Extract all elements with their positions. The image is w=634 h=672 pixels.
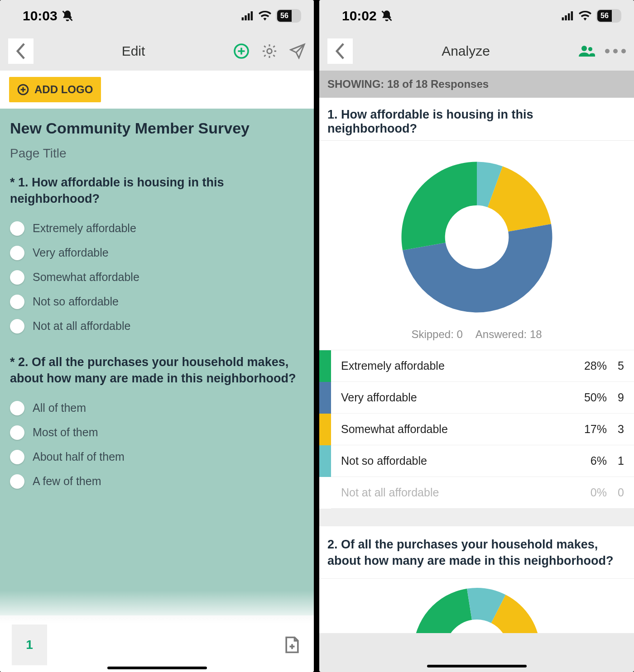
- svg-rect-1: [242, 17, 244, 20]
- svg-point-8: [267, 49, 272, 54]
- question-title: * 2. Of all the purchases your household…: [10, 354, 304, 387]
- row-percent: 50%: [566, 391, 607, 404]
- radio-icon: [10, 425, 24, 440]
- add-page-icon[interactable]: [282, 635, 302, 655]
- header-title: Analyze: [353, 43, 579, 59]
- radio-option[interactable]: Extremely affordable: [10, 216, 304, 241]
- survey-body[interactable]: New Community Member Survey Page Title *…: [0, 109, 314, 615]
- battery-indicator: 56: [596, 9, 621, 23]
- question-title: * 1. How affordable is housing in this n…: [10, 174, 304, 207]
- table-row[interactable]: Not at all affordable 0% 0: [319, 477, 634, 508]
- svg-rect-16: [562, 17, 564, 20]
- radio-icon: [10, 246, 24, 260]
- donut-chart: [393, 153, 561, 321]
- radio-option[interactable]: Very affordable: [10, 241, 304, 265]
- row-label: Very affordable: [331, 391, 566, 404]
- row-count: 0: [607, 486, 634, 499]
- row-count: 3: [607, 423, 634, 436]
- row-percent: 28%: [566, 359, 607, 372]
- gear-icon[interactable]: [261, 43, 278, 59]
- svg-rect-17: [565, 15, 567, 20]
- status-time: 10:03: [23, 8, 74, 24]
- header-title: Edit: [34, 43, 233, 59]
- people-icon[interactable]: [579, 43, 595, 59]
- back-button[interactable]: [327, 38, 353, 64]
- q2-chart-preview: [319, 579, 634, 633]
- radio-icon: [10, 401, 24, 415]
- survey-title[interactable]: New Community Member Survey: [10, 119, 304, 137]
- radio-icon: [10, 295, 24, 309]
- radio-option[interactable]: Not at all affordable: [10, 314, 304, 338]
- bell-off-icon: [61, 10, 74, 22]
- svg-rect-18: [568, 13, 570, 20]
- status-bar: 10:02 56: [319, 0, 634, 32]
- table-row[interactable]: Very affordable 50% 9: [319, 381, 634, 413]
- radio-option[interactable]: Not so affordable: [10, 290, 304, 314]
- wifi-icon: [579, 11, 591, 21]
- row-percent: 6%: [566, 454, 607, 467]
- wifi-icon: [259, 11, 271, 21]
- svg-rect-4: [251, 11, 253, 20]
- results-table: Extremely affordable 28% 5 Very affordab…: [319, 350, 634, 508]
- color-swatch: [319, 414, 331, 445]
- color-swatch: [319, 445, 331, 477]
- radio-icon: [10, 221, 24, 236]
- row-count: 9: [607, 391, 634, 404]
- radio-option[interactable]: All of them: [10, 396, 304, 420]
- table-row[interactable]: Not so affordable 6% 1: [319, 445, 634, 477]
- radio-option[interactable]: A few of them: [10, 469, 304, 494]
- footer-nav: 1: [0, 618, 314, 672]
- showing-bar: SHOWING: 18 of 18 Responses: [319, 71, 634, 98]
- status-time: 10:02: [342, 8, 393, 24]
- add-icon[interactable]: [233, 43, 250, 59]
- edit-screen: 10:03 56 Edit ADD LOGO: [0, 0, 314, 672]
- q1-title: 1. How affordable is housing in this nei…: [319, 98, 634, 141]
- row-label: Somewhat affordable: [331, 423, 566, 436]
- radio-icon: [10, 319, 24, 334]
- row-percent: 0%: [566, 486, 607, 499]
- logo-bar: ADD LOGO: [0, 71, 314, 109]
- color-swatch: [319, 350, 331, 382]
- status-bar: 10:03 56: [0, 0, 314, 32]
- table-row[interactable]: Somewhat affordable 17% 3: [319, 413, 634, 445]
- color-swatch: [319, 477, 331, 509]
- question-1[interactable]: * 1. How affordable is housing in this n…: [10, 174, 304, 338]
- page-number[interactable]: 1: [12, 624, 47, 665]
- row-count: 1: [607, 454, 634, 467]
- svg-rect-3: [248, 13, 250, 20]
- page-title[interactable]: Page Title: [10, 146, 304, 161]
- back-button[interactable]: [8, 38, 34, 64]
- row-percent: 17%: [566, 423, 607, 436]
- row-count: 5: [607, 359, 634, 372]
- q1-card: 1. How affordable is housing in this nei…: [319, 98, 634, 508]
- more-icon[interactable]: [605, 49, 626, 53]
- q2-title: 2. Of all the purchases your household m…: [319, 526, 634, 579]
- row-label: Extremely affordable: [331, 359, 566, 372]
- question-2[interactable]: * 2. Of all the purchases your household…: [10, 354, 304, 494]
- row-label: Not at all affordable: [331, 486, 566, 499]
- signal-icon: [241, 11, 254, 20]
- add-logo-label: ADD LOGO: [34, 83, 93, 96]
- send-icon[interactable]: [289, 43, 306, 59]
- home-indicator: [107, 667, 207, 669]
- radio-option[interactable]: About half of them: [10, 445, 304, 469]
- table-row[interactable]: Extremely affordable 28% 5: [319, 350, 634, 381]
- radio-option[interactable]: Somewhat affordable: [10, 265, 304, 290]
- radio-option[interactable]: Most of them: [10, 420, 304, 445]
- radio-icon: [10, 474, 24, 489]
- row-label: Not so affordable: [331, 454, 566, 467]
- battery-indicator: 56: [276, 9, 301, 23]
- svg-point-20: [581, 46, 587, 51]
- bell-off-icon: [380, 10, 393, 22]
- analyze-header: Analyze: [319, 32, 634, 71]
- svg-rect-19: [571, 11, 573, 20]
- analyze-screen: 10:02 56 Analyze SHOWING: 18 of 18 Respo…: [319, 0, 634, 672]
- radio-icon: [10, 450, 24, 464]
- color-swatch: [319, 382, 331, 414]
- chart-stats: Skipped: 0Answered: 18: [319, 324, 634, 350]
- signal-icon: [562, 11, 574, 20]
- add-logo-button[interactable]: ADD LOGO: [9, 77, 101, 102]
- svg-rect-2: [245, 15, 246, 20]
- svg-point-21: [588, 47, 592, 51]
- edit-header: Edit: [0, 32, 314, 71]
